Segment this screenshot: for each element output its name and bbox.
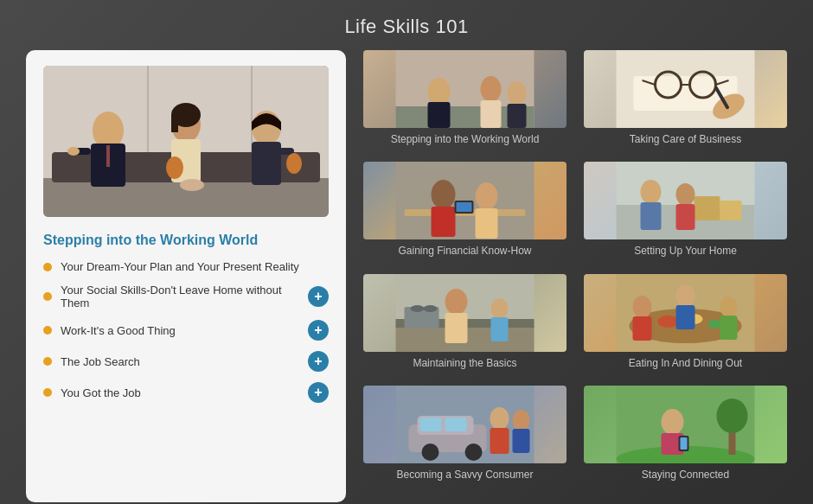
svg-rect-79 <box>445 418 467 431</box>
svg-rect-51 <box>641 202 662 230</box>
card-hero-image <box>43 66 329 217</box>
list-item[interactable]: You Got the Job + <box>43 382 329 403</box>
svg-point-84 <box>513 410 530 431</box>
plus-button[interactable]: + <box>308 320 329 341</box>
grid-thumbnail-5 <box>363 274 567 352</box>
grid-item-1[interactable]: Stepping into the Working World <box>363 50 567 150</box>
grid-item-label-6: Eating In And Dining Out <box>629 357 742 369</box>
svg-rect-53 <box>676 204 695 230</box>
content-grid: Stepping into the Working World <box>363 50 787 502</box>
svg-rect-58 <box>445 313 468 343</box>
svg-point-42 <box>476 182 498 210</box>
svg-rect-26 <box>481 100 502 128</box>
grid-item-2[interactable]: Taking Care of Business <box>584 50 787 150</box>
grid-item-label-5: Maintaining the Basics <box>413 357 516 369</box>
menu-list: Your Dream-Your Plan and Your Present Re… <box>43 260 329 403</box>
grid-item-label-7: Becoming a Savvy Consumer <box>396 469 533 481</box>
svg-rect-49 <box>720 201 742 220</box>
card-title: Stepping into the Working World <box>43 233 329 248</box>
menu-item-label: Your Dream-Your Plan and Your Present Re… <box>61 260 299 273</box>
grid-thumbnail-1 <box>363 50 567 128</box>
bullet-icon <box>43 292 52 301</box>
grid-item-5[interactable]: Maintaining the Basics <box>363 274 567 373</box>
plus-button[interactable]: + <box>308 286 329 307</box>
grid-item-8[interactable]: Staying Connected <box>584 386 787 485</box>
svg-point-69 <box>633 296 652 318</box>
svg-rect-43 <box>476 208 498 239</box>
svg-point-66 <box>658 316 679 328</box>
svg-rect-8 <box>106 145 110 167</box>
grid-item-label-4: Setting Up Your Home <box>634 245 737 257</box>
svg-rect-18 <box>252 142 281 185</box>
svg-point-89 <box>717 399 748 433</box>
bullet-icon <box>43 263 52 271</box>
grid-item-7[interactable]: Becoming a Savvy Consumer <box>363 386 567 485</box>
plus-button[interactable]: + <box>308 351 329 372</box>
svg-point-52 <box>676 183 695 206</box>
grid-thumbnail-8 <box>584 386 787 463</box>
list-item[interactable]: Work-It's a Good Thing + <box>43 320 329 341</box>
svg-rect-63 <box>491 317 509 341</box>
svg-rect-72 <box>676 305 695 329</box>
svg-rect-78 <box>420 418 442 431</box>
svg-point-57 <box>445 289 468 315</box>
grid-item-label-2: Taking Care of Business <box>630 133 741 145</box>
plus-button[interactable]: + <box>308 382 329 403</box>
grid-item-3[interactable]: Gaining Financial Know-How <box>363 162 567 261</box>
svg-rect-45 <box>457 202 472 212</box>
menu-item-label: Your Social Skills-Don't Leave Home with… <box>61 284 308 309</box>
bullet-icon <box>43 357 52 366</box>
svg-rect-13 <box>171 115 178 132</box>
svg-rect-70 <box>633 316 652 341</box>
grid-thumbnail-7 <box>363 386 567 463</box>
svg-point-71 <box>676 284 695 307</box>
left-card: Stepping into the Working World Your Dre… <box>26 50 346 502</box>
svg-rect-93 <box>681 437 688 450</box>
list-item[interactable]: The Job Search + <box>43 351 329 372</box>
svg-rect-48 <box>695 196 720 220</box>
svg-rect-85 <box>513 429 530 453</box>
svg-rect-41 <box>432 207 456 237</box>
svg-rect-74 <box>720 316 738 340</box>
bullet-icon <box>43 388 52 397</box>
grid-thumbnail-4 <box>584 162 787 239</box>
svg-point-40 <box>432 180 456 209</box>
svg-rect-24 <box>428 102 451 128</box>
main-layout: Stepping into the Working World Your Dre… <box>0 50 813 502</box>
list-item[interactable]: Your Dream-Your Plan and Your Present Re… <box>43 260 329 273</box>
bullet-icon <box>43 326 52 335</box>
page-title: Life Skills 101 <box>0 0 813 50</box>
svg-point-82 <box>490 407 509 430</box>
svg-point-16 <box>166 156 183 179</box>
svg-point-60 <box>411 305 425 312</box>
menu-item-label: Work-It's a Good Thing <box>61 324 176 337</box>
grid-item-label-1: Stepping into the Working World <box>391 133 540 145</box>
svg-point-23 <box>428 78 451 105</box>
svg-point-50 <box>641 180 662 204</box>
grid-item-label-8: Staying Connected <box>642 469 729 481</box>
svg-point-25 <box>481 76 502 102</box>
svg-point-73 <box>720 297 738 317</box>
grid-thumbnail-6 <box>584 274 787 352</box>
svg-rect-83 <box>490 428 509 454</box>
svg-point-61 <box>424 305 438 312</box>
grid-item-6[interactable]: Eating In And Dining Out <box>584 274 787 373</box>
list-item[interactable]: Your Social Skills-Don't Leave Home with… <box>43 284 329 309</box>
svg-point-10 <box>67 147 80 156</box>
svg-rect-28 <box>508 104 527 128</box>
svg-point-27 <box>508 81 527 105</box>
grid-item-label-3: Gaining Financial Know-How <box>398 245 531 257</box>
menu-item-label: You Got the Job <box>61 386 141 399</box>
grid-thumbnail-2 <box>584 50 787 128</box>
menu-item-label: The Job Search <box>61 355 140 368</box>
grid-item-4[interactable]: Setting Up Your Home <box>584 162 787 261</box>
grid-thumbnail-3 <box>363 162 567 239</box>
svg-point-90 <box>662 409 684 435</box>
svg-point-20 <box>286 153 302 174</box>
svg-point-62 <box>491 298 509 319</box>
svg-point-80 <box>422 443 439 461</box>
svg-point-81 <box>465 443 483 461</box>
svg-point-15 <box>180 179 204 191</box>
